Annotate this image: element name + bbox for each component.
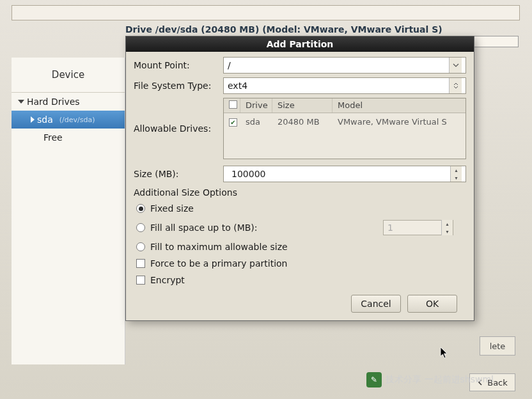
allowable-drives-table[interactable]: Drive Size Model ✔ sda 20480 MB VMware, … [223,98,466,159]
size-input[interactable]: ▴▾ [223,166,466,182]
radio-fixed-size[interactable]: Fixed size [134,200,466,217]
check-encrypt[interactable]: Encrypt [134,272,466,288]
check-force-primary[interactable]: Force to be a primary partition [134,255,466,272]
wechat-icon: ✎ [366,372,382,387]
tree-sda[interactable]: sda (/dev/sda) [12,111,125,129]
tree-free[interactable]: Free [12,129,125,146]
mount-point-select[interactable]: / [223,57,466,74]
chevron-down-icon [18,100,24,104]
fs-type-label: File System Type: [134,81,218,91]
spinner-icon: ▴▾ [441,220,453,235]
top-bar [12,5,520,20]
checkbox-icon [229,100,237,109]
spinner-icon[interactable]: ▴▾ [450,166,462,182]
radio-label: Fill all space up to (MB): [150,223,258,233]
cursor-icon [440,347,449,359]
radio-fill-up-to[interactable]: Fill all space up to (MB): 1 ▴▾ [134,217,466,239]
cell-drive: sda [240,116,272,128]
additional-size-title: Additional Size Options [134,187,466,198]
tree-hard-drives[interactable]: Hard Drives [12,93,125,111]
fs-type-value: ext4 [228,81,247,91]
col-size: Size [272,98,332,113]
cancel-button[interactable]: Cancel [351,295,401,313]
checkbox-checked-icon[interactable]: ✔ [229,118,237,127]
radio-label: Fill to maximum allowable size [150,242,288,252]
sidebar-header: Device [12,58,125,93]
allowable-drives-label: Allowable Drives: [134,123,218,134]
drive-info-label: Drive /dev/sda (20480 MB) (Model: VMware… [125,24,442,35]
watermark: ✎ 技术分享 一起前进shswml [366,372,494,387]
watermark-text: 技术分享 一起前进shswml [386,374,494,386]
chevron-right-icon [31,116,35,123]
size-field[interactable] [228,167,450,181]
col-check[interactable] [224,98,240,113]
table-row[interactable]: ✔ sda 20480 MB VMware, VMware Virtual S [224,113,465,130]
radio-checked-icon [136,204,145,213]
col-drive: Drive [240,98,272,113]
updown-icon [449,78,462,93]
check-label: Force to be a primary partition [150,258,287,269]
checkbox-icon [136,276,145,285]
radio-icon [136,242,145,251]
dialog-title: Add Partition [126,36,474,52]
cell-model: VMware, VMware Virtual S [332,116,465,128]
add-partition-dialog: Add Partition Mount Point: / File System… [125,36,474,321]
tree-label: Free [43,132,63,143]
fill-up-value: 1 ▴▾ [383,220,453,235]
mount-point-value: / [228,60,231,70]
tree-label: Hard Drives [27,97,80,107]
check-label: Encrypt [150,275,185,285]
tree-label: sda [37,114,53,125]
dropdown-icon [449,58,462,73]
fs-type-select[interactable]: ext4 [223,77,466,94]
checkbox-icon [136,259,145,268]
delete-button-partial[interactable]: lete [480,336,515,356]
col-model: Model [332,98,465,113]
radio-fill-max[interactable]: Fill to maximum allowable size [134,239,466,255]
mount-point-label: Mount Point: [134,60,218,70]
size-label: Size (MB): [134,169,218,179]
ok-button[interactable]: OK [407,295,457,313]
device-sidebar: Device Hard Drives sda (/dev/sda) Free [12,58,125,364]
cell-size: 20480 MB [272,116,332,128]
device-path: (/dev/sda) [59,116,95,124]
radio-icon [136,223,145,232]
radio-label: Fixed size [150,203,194,214]
